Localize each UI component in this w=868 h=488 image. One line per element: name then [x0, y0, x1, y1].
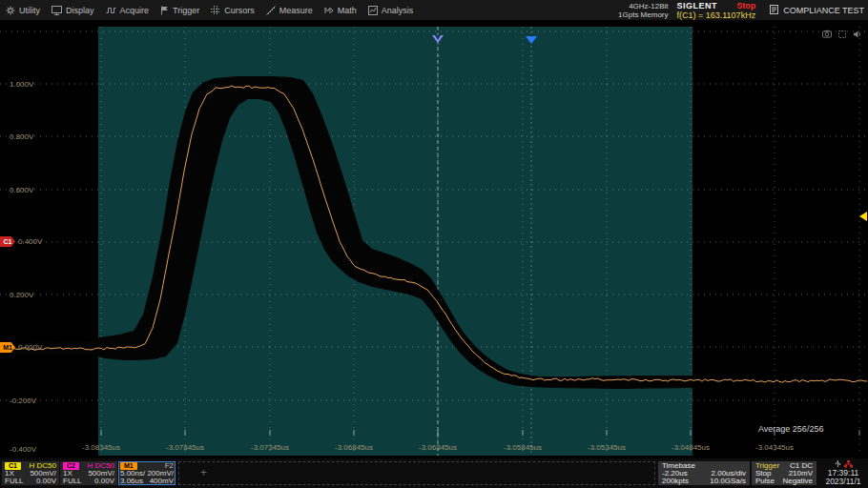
trigger-type: Pulse	[755, 478, 775, 485]
display-icon	[52, 6, 62, 15]
trigger-frequency: f(C1) = 163.1107kHz	[677, 10, 756, 20]
measure-icon	[266, 6, 276, 15]
clock-date: 2023/11/1	[818, 478, 868, 486]
menu-item-display[interactable]: Display	[46, 0, 100, 20]
time-label: -3.04845us	[672, 443, 710, 452]
voltage-label: -0.200V	[10, 396, 36, 405]
average-count: Average 256/256	[758, 424, 823, 434]
time-label: -3.07845us	[166, 443, 204, 452]
compliance-test-button[interactable]: COMPLIANCE TEST	[764, 5, 864, 16]
timebase-rate: 10.0GSa/s	[710, 478, 746, 485]
voltage-label: 0.000V	[18, 343, 42, 352]
compliance-icon	[770, 5, 778, 16]
clock: 17:39:11 2023/11/1	[818, 461, 868, 485]
sound-icon[interactable]	[853, 25, 861, 42]
channel-c1-box[interactable]: C1H DC50 1X500mV/ FULL0.00V	[2, 461, 59, 485]
c2-offset: 0.00V	[94, 478, 114, 485]
m1-delay: 3.06us	[120, 478, 143, 485]
time-label: -3.05345us	[588, 443, 626, 452]
menu-item-cursors[interactable]: Cursors	[205, 0, 260, 20]
model-bandwidth: 4GHz-12Bit	[618, 2, 668, 10]
voltage-label: 0.400V	[18, 237, 42, 246]
math-m1-box[interactable]: M1F2 5.00ns/200mV/ 3.06us400mV	[118, 461, 176, 485]
voltage-label: 0.600V	[10, 186, 33, 194]
voltage-label: 1.000V	[10, 80, 33, 89]
model-memory: 1Gpts Memory	[618, 10, 668, 19]
cursors-icon	[211, 6, 220, 15]
zoom-position-marker[interactable]	[526, 36, 537, 44]
brand-block: SIGLENT Stop f(C1) = 163.1107kHz	[677, 1, 756, 20]
analysis-icon	[368, 6, 378, 15]
trigger-flag-icon	[160, 6, 169, 15]
header-right: 4GHz-12Bit 1Gpts Memory SIGLENT Stop f(C…	[618, 1, 868, 20]
trigger-box[interactable]: TriggerC1 DC Stop210mV PulseNegative	[752, 461, 816, 485]
acquisition-state[interactable]: Stop	[736, 1, 755, 10]
timebase-box[interactable]: Timebase -2.20us2.00us/div 200kpts10.0GS…	[658, 461, 750, 485]
brand-name: SIGLENT	[677, 1, 718, 10]
c1-bandwidth: FULL	[5, 478, 24, 485]
menu-item-acquire[interactable]: Acquire	[100, 0, 155, 20]
time-label: -3.06345us	[419, 443, 457, 452]
camera-icon[interactable]	[822, 25, 832, 42]
menu-item-math[interactable]: Math	[319, 0, 362, 20]
waveform-display-area[interactable]: 1.000V0.800V0.600V0.400V0.200V0.000V-0.2…	[0, 20, 868, 458]
menu-item-measure[interactable]: Measure	[260, 0, 319, 20]
gear-icon	[6, 6, 15, 15]
acquire-icon	[106, 6, 116, 15]
statusbar: C1H DC50 1X500mV/ FULL0.00V C2H DC50 1X5…	[0, 458, 868, 488]
time-label: -3.08345us	[82, 443, 120, 452]
waveform-plot	[0, 20, 868, 458]
select-zone-icon[interactable]	[838, 25, 846, 42]
timebase-points: 200kpts	[662, 478, 689, 485]
trigger-level-marker[interactable]	[859, 212, 867, 221]
voltage-label: 0.200V	[10, 291, 33, 299]
m1-offset: 400mV	[150, 478, 174, 485]
scope-model: 4GHz-12Bit 1Gpts Memory	[618, 2, 668, 19]
voltage-label: -0.400V	[10, 445, 36, 454]
c1-offset: 0.00V	[36, 478, 56, 485]
menu-item-analysis[interactable]: Analysis	[362, 0, 420, 20]
trigger-position-marker[interactable]	[432, 35, 444, 43]
c2-bandwidth: FULL	[63, 478, 82, 485]
plus-icon: +	[200, 466, 207, 479]
menu-item-utility[interactable]: Utility	[0, 0, 46, 20]
channel-c2-box[interactable]: C2H DC50 1X500mV/ FULL0.00V	[60, 461, 117, 485]
add-channel-area[interactable]: +	[178, 461, 655, 485]
time-label: -3.05845us	[504, 443, 542, 452]
menubar-items: UtilityDisplayAcquireTriggerCursorsMeasu…	[0, 0, 419, 20]
trigger-slope: Negative	[782, 478, 813, 485]
menu-item-trigger[interactable]: Trigger	[155, 0, 205, 20]
voltage-label: 0.800V	[10, 132, 33, 141]
math-icon	[324, 6, 334, 15]
display-toolbar	[822, 25, 861, 42]
time-label: -3.06845us	[335, 443, 373, 452]
menubar: UtilityDisplayAcquireTriggerCursorsMeasu…	[0, 0, 868, 20]
time-label: -3.07345us	[251, 443, 289, 452]
time-label: -3.04345us	[755, 443, 794, 452]
